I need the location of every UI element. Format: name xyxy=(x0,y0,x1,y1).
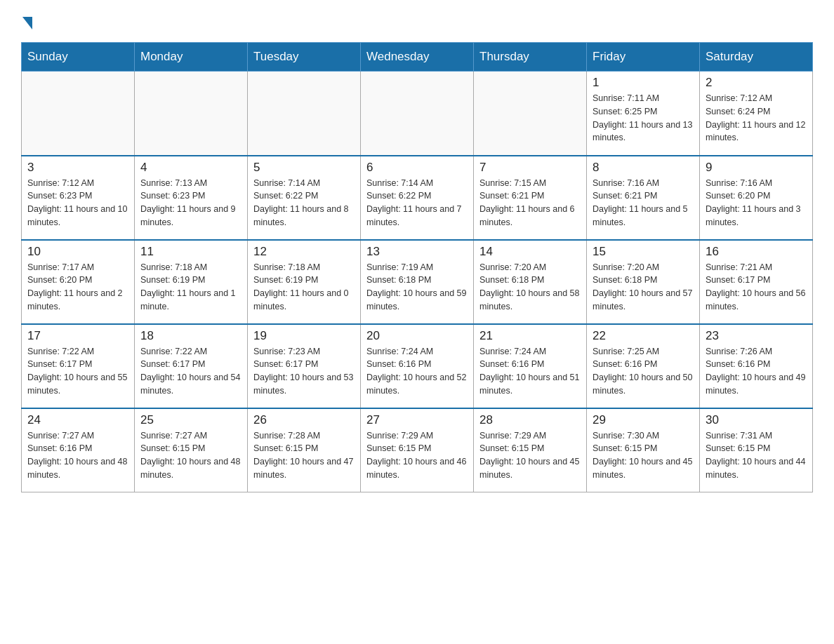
day-info: Sunrise: 7:18 AMSunset: 6:19 PMDaylight:… xyxy=(140,261,241,314)
calendar-cell: 29Sunrise: 7:30 AMSunset: 6:15 PMDayligh… xyxy=(587,408,700,492)
calendar-cell: 12Sunrise: 7:18 AMSunset: 6:19 PMDayligh… xyxy=(248,240,361,324)
day-number: 21 xyxy=(479,329,581,343)
day-info: Sunrise: 7:30 AMSunset: 6:15 PMDaylight:… xyxy=(593,429,694,482)
calendar-cell: 21Sunrise: 7:24 AMSunset: 6:16 PMDayligh… xyxy=(474,324,587,408)
calendar-cell: 23Sunrise: 7:26 AMSunset: 6:16 PMDayligh… xyxy=(700,324,813,408)
calendar-cell: 17Sunrise: 7:22 AMSunset: 6:17 PMDayligh… xyxy=(22,324,135,408)
day-number: 25 xyxy=(140,413,241,427)
day-number: 10 xyxy=(27,245,128,259)
day-info: Sunrise: 7:24 AMSunset: 6:16 PMDaylight:… xyxy=(479,345,581,398)
day-info: Sunrise: 7:12 AMSunset: 6:24 PMDaylight:… xyxy=(706,92,807,145)
day-info: Sunrise: 7:22 AMSunset: 6:17 PMDaylight:… xyxy=(27,345,128,398)
calendar-cell: 30Sunrise: 7:31 AMSunset: 6:15 PMDayligh… xyxy=(700,408,813,492)
day-number: 14 xyxy=(479,245,581,259)
day-number: 7 xyxy=(479,161,581,175)
weekday-header-wednesday: Wednesday xyxy=(361,43,474,72)
calendar-week-row: 24Sunrise: 7:27 AMSunset: 6:16 PMDayligh… xyxy=(22,408,813,492)
day-number: 18 xyxy=(140,329,241,343)
calendar-cell: 6Sunrise: 7:14 AMSunset: 6:22 PMDaylight… xyxy=(361,156,474,240)
logo-arrow-icon xyxy=(22,17,32,29)
day-number: 16 xyxy=(706,245,807,259)
day-number: 27 xyxy=(366,413,468,427)
calendar-cell: 14Sunrise: 7:20 AMSunset: 6:18 PMDayligh… xyxy=(474,240,587,324)
day-info: Sunrise: 7:17 AMSunset: 6:20 PMDaylight:… xyxy=(27,261,128,314)
day-info: Sunrise: 7:31 AMSunset: 6:15 PMDaylight:… xyxy=(706,429,807,482)
calendar-cell: 26Sunrise: 7:28 AMSunset: 6:15 PMDayligh… xyxy=(248,408,361,492)
day-info: Sunrise: 7:18 AMSunset: 6:19 PMDaylight:… xyxy=(253,261,355,314)
calendar-week-row: 1Sunrise: 7:11 AMSunset: 6:25 PMDaylight… xyxy=(22,72,813,156)
day-number: 9 xyxy=(706,161,807,175)
day-number: 4 xyxy=(140,161,241,175)
weekday-header-saturday: Saturday xyxy=(700,43,813,72)
calendar-week-row: 17Sunrise: 7:22 AMSunset: 6:17 PMDayligh… xyxy=(22,324,813,408)
day-number: 20 xyxy=(366,329,468,343)
calendar-cell: 16Sunrise: 7:21 AMSunset: 6:17 PMDayligh… xyxy=(700,240,813,324)
day-info: Sunrise: 7:27 AMSunset: 6:15 PMDaylight:… xyxy=(140,429,241,482)
day-info: Sunrise: 7:24 AMSunset: 6:16 PMDaylight:… xyxy=(366,345,468,398)
day-number: 28 xyxy=(479,413,581,427)
calendar-cell xyxy=(248,72,361,156)
page-header xyxy=(21,14,813,28)
day-number: 2 xyxy=(706,76,807,90)
day-info: Sunrise: 7:20 AMSunset: 6:18 PMDaylight:… xyxy=(479,261,581,314)
day-info: Sunrise: 7:28 AMSunset: 6:15 PMDaylight:… xyxy=(253,429,355,482)
calendar-cell: 9Sunrise: 7:16 AMSunset: 6:20 PMDaylight… xyxy=(700,156,813,240)
day-info: Sunrise: 7:23 AMSunset: 6:17 PMDaylight:… xyxy=(253,345,355,398)
day-info: Sunrise: 7:12 AMSunset: 6:23 PMDaylight:… xyxy=(27,177,128,229)
day-info: Sunrise: 7:21 AMSunset: 6:17 PMDaylight:… xyxy=(706,261,807,314)
day-info: Sunrise: 7:20 AMSunset: 6:18 PMDaylight:… xyxy=(593,261,694,314)
calendar-cell: 19Sunrise: 7:23 AMSunset: 6:17 PMDayligh… xyxy=(248,324,361,408)
calendar-cell: 11Sunrise: 7:18 AMSunset: 6:19 PMDayligh… xyxy=(135,240,248,324)
day-number: 1 xyxy=(593,76,694,90)
day-number: 29 xyxy=(593,413,694,427)
logo xyxy=(21,14,32,28)
day-info: Sunrise: 7:16 AMSunset: 6:20 PMDaylight:… xyxy=(706,177,807,229)
day-number: 26 xyxy=(253,413,355,427)
day-info: Sunrise: 7:15 AMSunset: 6:21 PMDaylight:… xyxy=(479,177,581,229)
calendar-cell: 22Sunrise: 7:25 AMSunset: 6:16 PMDayligh… xyxy=(587,324,700,408)
calendar-cell: 25Sunrise: 7:27 AMSunset: 6:15 PMDayligh… xyxy=(135,408,248,492)
calendar-cell: 2Sunrise: 7:12 AMSunset: 6:24 PMDaylight… xyxy=(700,72,813,156)
calendar-cell xyxy=(135,72,248,156)
calendar-week-row: 3Sunrise: 7:12 AMSunset: 6:23 PMDaylight… xyxy=(22,156,813,240)
day-number: 19 xyxy=(253,329,355,343)
calendar-cell: 7Sunrise: 7:15 AMSunset: 6:21 PMDaylight… xyxy=(474,156,587,240)
calendar-cell xyxy=(474,72,587,156)
calendar-cell: 3Sunrise: 7:12 AMSunset: 6:23 PMDaylight… xyxy=(22,156,135,240)
day-number: 6 xyxy=(366,161,468,175)
day-info: Sunrise: 7:14 AMSunset: 6:22 PMDaylight:… xyxy=(253,177,355,229)
day-number: 24 xyxy=(27,413,128,427)
calendar-cell: 10Sunrise: 7:17 AMSunset: 6:20 PMDayligh… xyxy=(22,240,135,324)
day-info: Sunrise: 7:22 AMSunset: 6:17 PMDaylight:… xyxy=(140,345,241,398)
day-number: 5 xyxy=(253,161,355,175)
day-number: 17 xyxy=(27,329,128,343)
day-info: Sunrise: 7:27 AMSunset: 6:16 PMDaylight:… xyxy=(27,429,128,482)
day-info: Sunrise: 7:19 AMSunset: 6:18 PMDaylight:… xyxy=(366,261,468,314)
calendar-cell: 24Sunrise: 7:27 AMSunset: 6:16 PMDayligh… xyxy=(22,408,135,492)
calendar-cell: 28Sunrise: 7:29 AMSunset: 6:15 PMDayligh… xyxy=(474,408,587,492)
day-number: 30 xyxy=(706,413,807,427)
weekday-header-friday: Friday xyxy=(587,43,700,72)
day-info: Sunrise: 7:16 AMSunset: 6:21 PMDaylight:… xyxy=(593,177,694,229)
weekday-header-thursday: Thursday xyxy=(474,43,587,72)
day-info: Sunrise: 7:14 AMSunset: 6:22 PMDaylight:… xyxy=(366,177,468,229)
calendar-week-row: 10Sunrise: 7:17 AMSunset: 6:20 PMDayligh… xyxy=(22,240,813,324)
weekday-header-sunday: Sunday xyxy=(22,43,135,72)
weekday-header-row: SundayMondayTuesdayWednesdayThursdayFrid… xyxy=(22,43,813,72)
calendar-cell: 20Sunrise: 7:24 AMSunset: 6:16 PMDayligh… xyxy=(361,324,474,408)
day-info: Sunrise: 7:29 AMSunset: 6:15 PMDaylight:… xyxy=(366,429,468,482)
calendar-cell: 8Sunrise: 7:16 AMSunset: 6:21 PMDaylight… xyxy=(587,156,700,240)
day-number: 22 xyxy=(593,329,694,343)
day-number: 23 xyxy=(706,329,807,343)
calendar-cell xyxy=(22,72,135,156)
day-number: 11 xyxy=(140,245,241,259)
calendar-table: SundayMondayTuesdayWednesdayThursdayFrid… xyxy=(21,42,813,492)
day-number: 15 xyxy=(593,245,694,259)
calendar-cell: 13Sunrise: 7:19 AMSunset: 6:18 PMDayligh… xyxy=(361,240,474,324)
day-number: 8 xyxy=(593,161,694,175)
weekday-header-tuesday: Tuesday xyxy=(248,43,361,72)
day-number: 13 xyxy=(366,245,468,259)
calendar-cell: 27Sunrise: 7:29 AMSunset: 6:15 PMDayligh… xyxy=(361,408,474,492)
day-number: 3 xyxy=(27,161,128,175)
calendar-cell xyxy=(361,72,474,156)
